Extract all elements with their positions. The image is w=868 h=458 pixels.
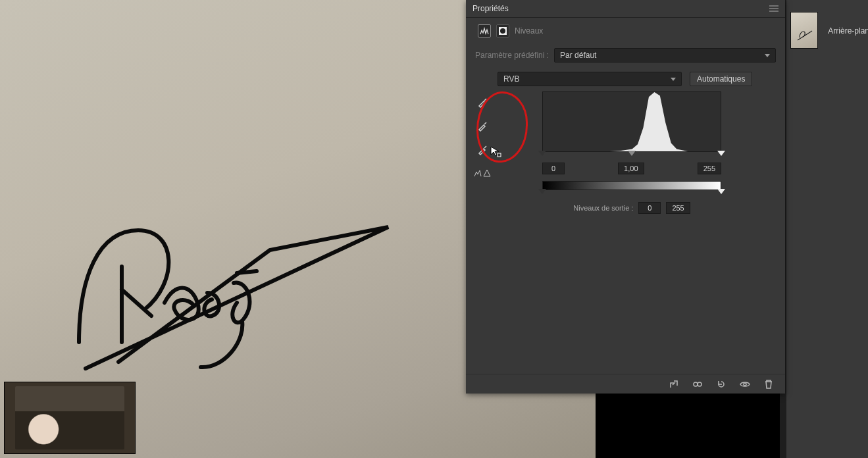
adjustment-type-label: Niveaux [515, 26, 543, 36]
output-white-value[interactable]: 255 [666, 202, 690, 214]
midtone-handle[interactable] [628, 151, 636, 156]
adjustment-mask-icon[interactable] [496, 24, 509, 38]
chevron-down-icon [671, 78, 676, 81]
gray-point-eyedropper-icon[interactable] [475, 119, 490, 134]
canvas-dark-area [596, 394, 780, 458]
svg-point-1 [500, 28, 505, 34]
layer-thumbnail-background[interactable] [790, 12, 818, 49]
white-point-handle[interactable] [717, 151, 725, 156]
output-gradient [542, 181, 721, 190]
output-label: Niveaux de sortie : [573, 204, 633, 212]
webcam-overlay [4, 382, 136, 454]
view-previous-icon[interactable] [692, 378, 703, 390]
svg-point-4 [698, 382, 702, 386]
cursor-icon [490, 145, 501, 157]
clip-preview-icon[interactable] [474, 169, 491, 177]
input-white-value[interactable]: 255 [698, 163, 721, 174]
panel-header: Propriétés [466, 0, 785, 18]
right-sidebar [786, 0, 868, 458]
auto-button[interactable]: Automatiques [690, 72, 752, 86]
channel-dropdown[interactable]: RVB [498, 72, 682, 86]
panel-title: Propriétés [472, 4, 509, 13]
panel-footer [466, 374, 785, 394]
layer-label-background[interactable]: Arrière-plan [828, 26, 868, 36]
svg-point-3 [694, 382, 698, 386]
svg-rect-2 [498, 153, 501, 157]
histogram[interactable] [542, 91, 721, 152]
adjustment-type-levels-icon[interactable] [478, 24, 491, 38]
panel-menu-icon[interactable] [769, 5, 779, 12]
output-black-handle[interactable] [538, 189, 546, 194]
white-point-eyedropper-icon[interactable] [475, 143, 490, 157]
preset-value: Par défaut [560, 51, 596, 60]
preset-label: Paramètre prédéfini : [475, 51, 549, 60]
visibility-eye-icon[interactable] [739, 378, 751, 390]
svg-point-5 [744, 383, 746, 386]
trash-icon[interactable] [763, 378, 775, 390]
channel-value: RVB [503, 74, 519, 84]
properties-panel: Propriétés Niveaux Paramètre prédéfini :… [466, 0, 785, 394]
output-levels-slider[interactable] [542, 190, 721, 197]
black-point-handle[interactable] [538, 151, 546, 156]
output-black-value[interactable]: 0 [638, 202, 661, 214]
output-white-handle[interactable] [717, 189, 725, 194]
input-levels-slider[interactable] [542, 152, 721, 159]
reset-icon[interactable] [715, 378, 727, 390]
black-point-eyedropper-icon[interactable] [475, 95, 490, 110]
input-gamma-value[interactable]: 1,00 [618, 163, 644, 174]
signature-drawing [59, 204, 401, 375]
input-black-value[interactable]: 0 [542, 163, 565, 174]
clip-to-layer-icon[interactable] [668, 378, 680, 390]
preset-dropdown[interactable]: Par défaut [554, 48, 776, 63]
chevron-down-icon [765, 54, 770, 57]
